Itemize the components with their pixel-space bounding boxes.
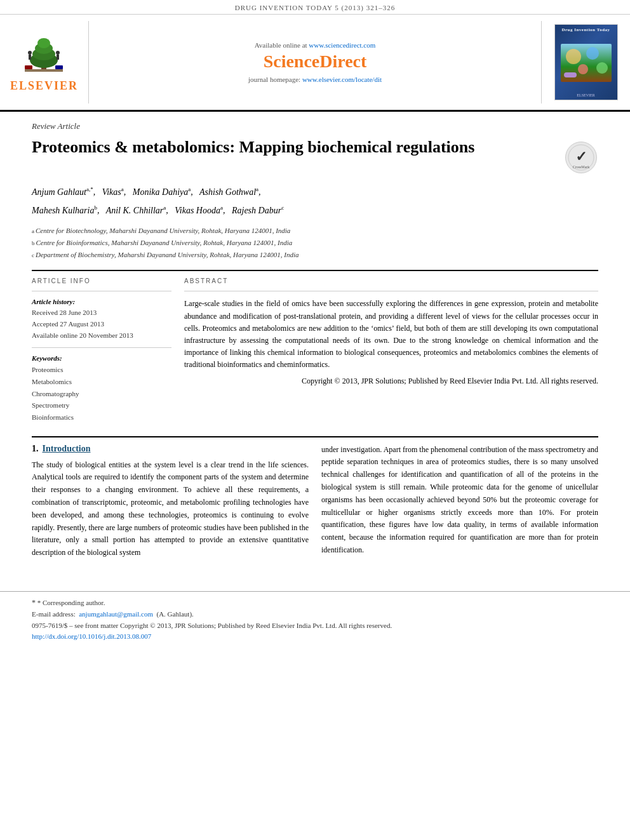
footer-issn-line: 0975-7619/$ – see front matter Copyright…	[32, 620, 598, 632]
article-title-row: Proteomics & metabolomics: Mapping bioch…	[32, 137, 598, 175]
section-number: 1.	[32, 444, 39, 454]
elsevier-logo: ELSEVIER	[10, 32, 78, 93]
author-dabur[interactable]: Rajesh Dabur	[232, 206, 281, 215]
available-online-text: Available online at www.sciencedirect.co…	[255, 41, 376, 49]
affiliations-section: a Centre for Biotechnology, Maharshi Day…	[32, 225, 598, 260]
body-right-column: under investigation. Apart from the phen…	[321, 444, 598, 559]
keywords-label: Keywords:	[32, 354, 171, 362]
svg-point-5	[37, 38, 50, 48]
author-gothwal[interactable]: Ashish Gothwal	[199, 187, 256, 197]
keyword-proteomics: Proteomics	[32, 364, 171, 376]
journal-cover-area: Drug Invention Today ELSEVIER	[541, 21, 630, 103]
intro-right-text: under investigation. Apart from the phen…	[321, 444, 598, 557]
body-left-column: 1. Introduction The study of biological …	[32, 444, 309, 559]
doi-link[interactable]: http://dx.doi.org/10.1016/j.dit.2013.08.…	[32, 632, 151, 640]
info-abstract-section: ARTICLE INFO Article history: Received 2…	[32, 277, 598, 423]
footer-email-line: E-mail address: anjumgahlaut@gmail.com (…	[32, 609, 598, 620]
footer-corresponding-author: * * Corresponding author.	[32, 597, 598, 609]
section-title: Introduction	[43, 444, 91, 454]
authors-line-1: Anjum Gahlauta,*, Vikasa, Monika Dahiyaa…	[32, 184, 598, 200]
journal-citation: DRUG INVENTION TODAY 5 (2013) 321–326	[0, 0, 630, 15]
abstract-copyright: Copyright © 2013, JPR Solutions; Publish…	[184, 375, 598, 387]
svg-point-15	[596, 62, 608, 74]
article-type-label: Review Article	[32, 121, 598, 131]
main-body-section: 1. Introduction The study of biological …	[32, 444, 598, 559]
journal-url[interactable]: www.elsevier.com/locate/dit	[302, 76, 382, 83]
info-divider	[32, 291, 171, 291]
svg-point-6	[28, 51, 32, 55]
footer-section: * * Corresponding author. E-mail address…	[0, 591, 630, 643]
svg-rect-10	[25, 65, 32, 69]
abstract-text: Large-scale studies in the field of omic…	[184, 298, 598, 387]
journal-cover-image: Drug Invention Today ELSEVIER	[554, 24, 618, 100]
author-gahlaut[interactable]: Anjum Gahlaut	[32, 187, 86, 197]
info-divider-2	[32, 347, 171, 348]
keyword-bioinformatics: Bioinformatics	[32, 411, 171, 423]
authors-section: Anjum Gahlauta,*, Vikasa, Monika Dahiyaa…	[32, 184, 598, 218]
journal-citation-text: DRUG INVENTION TODAY 5 (2013) 321–326	[235, 4, 395, 11]
abstract-header: ABSTRACT	[184, 277, 598, 284]
elsevier-wordmark: ELSEVIER	[10, 79, 78, 93]
svg-text:✓: ✓	[575, 149, 587, 164]
crossmark-logo[interactable]: ✓ CrossMark	[563, 140, 598, 175]
svg-point-13	[586, 47, 599, 60]
keyword-chromatography: Chromatography	[32, 388, 171, 400]
svg-rect-0	[25, 69, 63, 72]
keyword-spectrometry: Spectrometry	[32, 399, 171, 411]
article-history-label: Article history:	[32, 298, 171, 305]
article-info-header: ARTICLE INFO	[32, 277, 171, 284]
crossmark-circle: ✓ CrossMark	[565, 142, 597, 173]
author-kulharia[interactable]: Mahesh Kulharia	[32, 206, 94, 215]
affiliation-a: a Centre for Biotechnology, Maharshi Day…	[32, 225, 598, 237]
footer-doi-line: http://dx.doi.org/10.1016/j.dit.2013.08.…	[32, 631, 598, 643]
svg-rect-11	[55, 65, 63, 69]
author-vikas[interactable]: Vikas	[102, 187, 121, 197]
received-date: Received 28 June 2013	[32, 307, 171, 319]
svg-point-14	[578, 64, 588, 74]
journal-homepage-line: journal homepage: www.elsevier.com/locat…	[248, 76, 382, 83]
svg-rect-9	[57, 55, 59, 60]
svg-point-8	[56, 51, 60, 55]
elsevier-tree-icon	[18, 32, 69, 77]
keyword-metabolomics: Metabolomics	[32, 376, 171, 388]
author-hooda[interactable]: Vikas Hooda	[175, 206, 220, 215]
article-title: Proteomics & metabolomics: Mapping bioch…	[32, 137, 474, 158]
elsevier-logo-area: ELSEVIER	[0, 21, 89, 103]
svg-rect-7	[29, 55, 31, 60]
svg-point-12	[566, 49, 581, 64]
section-divider-top	[32, 270, 598, 271]
abstract-divider	[184, 291, 598, 291]
author-dahiya[interactable]: Monika Dahiya	[133, 187, 188, 197]
svg-text:CrossMark: CrossMark	[572, 165, 589, 169]
journal-cover-artwork	[561, 44, 612, 82]
svg-rect-16	[564, 72, 577, 77]
crossmark-icon: ✓ CrossMark	[568, 144, 594, 171]
page-header: ELSEVIER Available online at www.science…	[0, 15, 630, 112]
affiliation-c: c Department of Biochemistry, Maharshi D…	[32, 249, 598, 261]
authors-line-2: Mahesh Kulhariab, Anil K. Chhillara, Vik…	[32, 203, 598, 218]
sciencedirect-url[interactable]: www.sciencedirect.com	[309, 41, 375, 49]
available-online-date: Available online 20 November 2013	[32, 330, 171, 342]
accepted-date: Accepted 27 August 2013	[32, 319, 171, 330]
section-divider-bottom	[32, 436, 598, 437]
affiliation-b: b Centre for Bioinformatics, Maharshi Da…	[32, 237, 598, 249]
section-intro-heading: 1. Introduction	[32, 444, 309, 454]
intro-left-text: The study of biological entities at the …	[32, 459, 309, 559]
author-chhillar[interactable]: Anil K. Chhillar	[106, 206, 164, 215]
article-content: Review Article Proteomics & metabolomics…	[0, 112, 630, 572]
journal-info-center: Available online at www.sciencedirect.co…	[89, 21, 541, 103]
article-info-column: ARTICLE INFO Article history: Received 2…	[32, 277, 171, 423]
abstract-column: ABSTRACT Large-scale studies in the fiel…	[184, 277, 598, 423]
corresponding-email[interactable]: anjumgahlaut@gmail.com	[79, 610, 153, 618]
sciencedirect-logo: ScienceDirect	[264, 51, 367, 72]
